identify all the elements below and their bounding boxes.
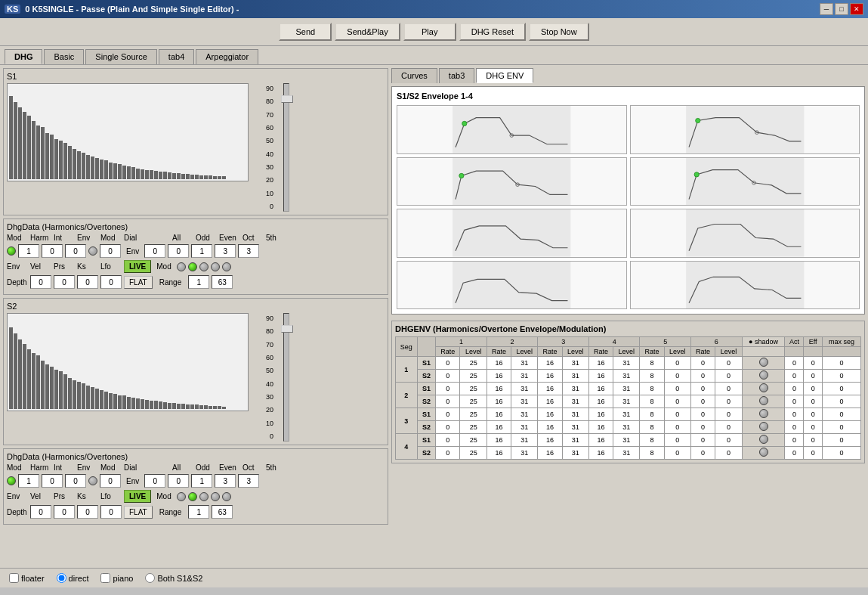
env-val-4-1[interactable]: 25 [460, 408, 487, 421]
env-val-6-1[interactable]: 25 [460, 434, 487, 447]
env-val-5-4[interactable]: 16 [538, 421, 562, 434]
env-val-0-1[interactable]: 25 [460, 357, 487, 370]
env-val-4-7[interactable]: 31 [613, 408, 640, 421]
env-val-7-9[interactable]: 0 [664, 447, 690, 460]
s2-live-button[interactable]: LIVE [124, 490, 151, 503]
env-val-2-5[interactable]: 31 [562, 383, 588, 395]
env-val-2-3[interactable]: 31 [511, 383, 538, 395]
s1-depth2-input[interactable] [54, 275, 75, 289]
env-val-6-7[interactable]: 31 [613, 434, 640, 447]
floater-checkbox[interactable] [9, 573, 19, 583]
env-val-1-10[interactable]: 0 [691, 370, 715, 383]
s2-range1-input[interactable] [188, 505, 209, 519]
s1-oct-input[interactable] [215, 244, 236, 258]
send-play-button[interactable]: Send&Play [335, 23, 400, 41]
env-val-5-0[interactable]: 0 [436, 421, 460, 434]
tab-single-source[interactable]: Single Source [85, 49, 157, 64]
s1-all-input[interactable] [144, 244, 165, 258]
both-radio[interactable] [145, 573, 155, 583]
env-val-1-8[interactable]: 8 [640, 370, 664, 383]
env-val-5-7[interactable]: 31 [613, 421, 640, 434]
s2-depth4-input[interactable] [100, 505, 122, 519]
env-val-7-11[interactable]: 0 [715, 447, 742, 460]
s2-env-input[interactable] [65, 474, 86, 488]
env-val-2-11[interactable]: 0 [715, 383, 742, 395]
tab-tab4[interactable]: tab4 [159, 49, 194, 64]
s2-int-input[interactable] [42, 474, 63, 488]
env-val-2-10[interactable]: 0 [691, 383, 715, 395]
s2-depth3-input[interactable] [77, 505, 98, 519]
extra-val-0-0[interactable]: 0 [785, 357, 804, 370]
env-val-4-10[interactable]: 0 [691, 408, 715, 421]
env-val-4-8[interactable]: 8 [640, 408, 664, 421]
env-val-2-0[interactable]: 0 [436, 383, 460, 395]
s2-depth1-input[interactable] [30, 505, 51, 519]
env-val-4-0[interactable]: 0 [436, 408, 460, 421]
s1-int-input[interactable] [42, 244, 63, 258]
close-button[interactable]: ✕ [850, 3, 863, 15]
send-button[interactable]: Send [279, 23, 332, 41]
s2-depth2-input[interactable] [54, 505, 75, 519]
env-val-7-2[interactable]: 16 [487, 447, 511, 460]
s1-fifth-input[interactable] [238, 244, 259, 258]
extra-val-2-2[interactable]: 0 [823, 383, 861, 395]
s1-depth1-input[interactable] [30, 275, 51, 289]
s1-range2-input[interactable] [212, 275, 233, 289]
env-val-6-6[interactable]: 16 [588, 434, 613, 447]
env-val-3-10[interactable]: 0 [691, 395, 715, 408]
env-val-0-3[interactable]: 31 [511, 357, 538, 370]
env-val-5-5[interactable]: 31 [562, 421, 588, 434]
extra-val-5-0[interactable]: 0 [785, 421, 804, 434]
extra-val-6-1[interactable]: 0 [804, 434, 823, 447]
env-val-0-7[interactable]: 31 [613, 357, 640, 370]
env-val-1-6[interactable]: 16 [588, 370, 613, 383]
env-val-1-11[interactable]: 0 [715, 370, 742, 383]
env-val-7-3[interactable]: 31 [511, 447, 538, 460]
env-val-4-2[interactable]: 16 [487, 408, 511, 421]
s2-even-input[interactable] [191, 474, 212, 488]
env-val-7-5[interactable]: 31 [562, 447, 588, 460]
env-val-1-7[interactable]: 31 [613, 370, 640, 383]
env-val-3-1[interactable]: 25 [460, 395, 487, 408]
env-val-6-4[interactable]: 16 [538, 434, 562, 447]
s2-range2-input[interactable] [212, 505, 233, 519]
s2-odd-input[interactable] [168, 474, 189, 488]
env-val-7-10[interactable]: 0 [691, 447, 715, 460]
env-val-0-9[interactable]: 0 [664, 357, 690, 370]
extra-val-6-2[interactable]: 0 [823, 434, 861, 447]
tab-arpeggiator[interactable]: Arpeggiator [196, 49, 258, 64]
tab-dhg[interactable]: DHG [5, 49, 42, 64]
env-val-7-8[interactable]: 8 [640, 447, 664, 460]
env-val-6-3[interactable]: 31 [511, 434, 538, 447]
env-val-2-6[interactable]: 16 [588, 383, 613, 395]
direct-radio[interactable] [57, 573, 66, 583]
env-val-3-0[interactable]: 0 [436, 395, 460, 408]
extra-val-0-2[interactable]: 0 [823, 357, 861, 370]
extra-val-5-1[interactable]: 0 [804, 421, 823, 434]
stop-now-button[interactable]: Stop Now [529, 23, 589, 41]
s1-dial-input[interactable] [100, 244, 121, 258]
env-val-3-11[interactable]: 0 [715, 395, 742, 408]
env-val-2-7[interactable]: 31 [613, 383, 640, 395]
env-val-6-0[interactable]: 0 [436, 434, 460, 447]
env-val-3-6[interactable]: 16 [588, 395, 613, 408]
env-val-5-11[interactable]: 0 [715, 421, 742, 434]
s1-odd-input[interactable] [168, 244, 189, 258]
env-val-2-9[interactable]: 0 [664, 383, 690, 395]
extra-val-4-2[interactable]: 0 [823, 408, 861, 421]
inner-tab-dhgenv[interactable]: DHG ENV [476, 68, 533, 83]
env-val-0-2[interactable]: 16 [487, 357, 511, 370]
env-val-3-2[interactable]: 16 [487, 395, 511, 408]
extra-val-1-2[interactable]: 0 [823, 370, 861, 383]
s1-depth4-input[interactable] [100, 275, 122, 289]
env-val-4-11[interactable]: 0 [715, 408, 742, 421]
extra-val-0-1[interactable]: 0 [804, 357, 823, 370]
env-val-2-4[interactable]: 16 [538, 383, 562, 395]
env-val-4-3[interactable]: 31 [511, 408, 538, 421]
env-val-1-9[interactable]: 0 [664, 370, 690, 383]
env-val-2-8[interactable]: 8 [640, 383, 664, 395]
env-val-7-7[interactable]: 31 [613, 447, 640, 460]
env-val-0-0[interactable]: 0 [436, 357, 460, 370]
extra-val-4-1[interactable]: 0 [804, 408, 823, 421]
s1-env-input[interactable] [65, 244, 86, 258]
